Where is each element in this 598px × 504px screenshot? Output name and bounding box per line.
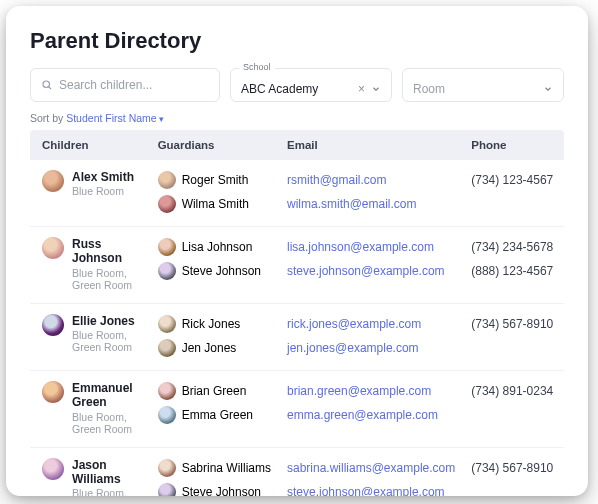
sort-bar: Sort by Student First Name▾	[30, 112, 564, 124]
guardian-name: Emma Green	[182, 408, 253, 422]
guardian-line: Roger Smith	[158, 170, 271, 190]
guardian-avatar	[158, 406, 176, 424]
school-select[interactable]: School ABC Academy ×	[230, 68, 392, 102]
guardian-name: Rick Jones	[182, 317, 241, 331]
room-placeholder: Room	[413, 82, 543, 96]
guardian-phone: (888) 123-4567	[471, 261, 556, 281]
guardian-phone	[471, 194, 556, 214]
table-row[interactable]: Jason WilliamsBlue Room, Green RoomSabri…	[30, 447, 564, 496]
school-value: ABC Academy	[241, 82, 358, 96]
guardian-line: Lisa Johnson	[158, 237, 271, 257]
child-avatar	[42, 458, 64, 480]
guardian-name: Brian Green	[182, 384, 247, 398]
guardian-name: Wilma Smith	[182, 197, 249, 211]
guardian-avatar	[158, 382, 176, 400]
guardian-phone: (734) 567-8910	[471, 458, 556, 478]
child-name: Emmanuel Green	[72, 381, 142, 410]
guardian-name: Steve Johnson	[182, 264, 261, 278]
guardian-phone	[471, 405, 556, 425]
sort-value: Student First Name	[66, 112, 156, 124]
guardian-name: Jen Jones	[182, 341, 237, 355]
guardian-email[interactable]: sabrina.williams@example.com	[287, 461, 455, 475]
table-row[interactable]: Emmanuel GreenBlue Room, Green RoomBrian…	[30, 370, 564, 447]
guardian-avatar	[158, 262, 176, 280]
guardian-email[interactable]: emma.green@example.com	[287, 408, 438, 422]
guardian-phone	[471, 482, 556, 496]
search-field[interactable]	[30, 68, 220, 102]
guardian-line: Steve Johnson	[158, 261, 271, 281]
guardian-email[interactable]: lisa.johnson@example.com	[287, 240, 434, 254]
search-icon	[41, 79, 53, 91]
guardian-avatar	[158, 339, 176, 357]
guardian-name: Steve Johnson	[182, 485, 261, 496]
child-name: Ellie Jones	[72, 314, 142, 328]
guardian-line: Wilma Smith	[158, 194, 271, 214]
child-name: Russ Johnson	[72, 237, 142, 266]
page-title: Parent Directory	[30, 28, 564, 54]
table-row[interactable]: Russ JohnsonBlue Room, Green RoomLisa Jo…	[30, 227, 564, 304]
chevron-down-icon	[371, 84, 381, 94]
child-rooms: Blue Room	[72, 185, 134, 197]
search-input[interactable]	[59, 78, 209, 92]
table-row[interactable]: Ellie JonesBlue Room, Green RoomRick Jon…	[30, 303, 564, 370]
directory-card: Parent Directory School ABC Academy × Ro…	[6, 6, 588, 496]
guardian-name: Roger Smith	[182, 173, 249, 187]
col-header-guardians[interactable]: Guardians	[150, 130, 279, 160]
guardian-name: Sabrina Williams	[182, 461, 271, 475]
guardian-phone	[471, 338, 556, 358]
guardian-line: Emma Green	[158, 405, 271, 425]
guardian-line: Sabrina Williams	[158, 458, 271, 478]
filter-bar: School ABC Academy × Room	[30, 68, 564, 102]
col-header-email[interactable]: Email	[279, 130, 463, 160]
child-avatar	[42, 237, 64, 259]
child-avatar	[42, 314, 64, 336]
guardian-phone: (734) 891-0234	[471, 381, 556, 401]
child-rooms: Blue Room, Green Room	[72, 411, 142, 435]
guardian-email[interactable]: rick.jones@example.com	[287, 317, 421, 331]
child-avatar	[42, 381, 64, 403]
guardian-email[interactable]: rsmith@gmail.com	[287, 173, 387, 187]
col-header-phone[interactable]: Phone	[463, 130, 564, 160]
guardian-line: Jen Jones	[158, 338, 271, 358]
guardian-name: Lisa Johnson	[182, 240, 253, 254]
guardian-phone: (734) 234-5678	[471, 237, 556, 257]
chevron-down-icon	[543, 84, 553, 94]
guardian-email[interactable]: steve.johnson@example.com	[287, 264, 445, 278]
guardian-line: Rick Jones	[158, 314, 271, 334]
guardian-line: Brian Green	[158, 381, 271, 401]
guardian-avatar	[158, 459, 176, 477]
guardian-phone: (734) 123-4567	[471, 170, 556, 190]
child-rooms: Blue Room, Green Room	[72, 329, 142, 353]
school-label: School	[239, 62, 275, 72]
table-row[interactable]: Alex SmithBlue RoomRoger SmithWilma Smit…	[30, 160, 564, 227]
guardian-avatar	[158, 483, 176, 496]
guardian-avatar	[158, 238, 176, 256]
sort-prefix: Sort by	[30, 112, 63, 124]
child-name: Alex Smith	[72, 170, 134, 184]
child-name: Jason Williams	[72, 458, 142, 487]
clear-school-icon[interactable]: ×	[358, 82, 365, 96]
sort-dropdown[interactable]: Student First Name▾	[66, 112, 163, 124]
chevron-down-icon: ▾	[159, 114, 164, 124]
room-select[interactable]: Room	[402, 68, 564, 102]
child-rooms: Blue Room, Green Room	[72, 267, 142, 291]
guardian-line: Steve Johnson	[158, 482, 271, 496]
directory-table: Children Guardians Email Phone Alex Smit…	[30, 130, 564, 496]
guardian-email[interactable]: steve.johnson@example.com	[287, 485, 445, 496]
guardian-email[interactable]: brian.green@example.com	[287, 384, 431, 398]
svg-point-0	[43, 81, 50, 88]
guardian-phone: (734) 567-8910	[471, 314, 556, 334]
guardian-avatar	[158, 315, 176, 333]
col-header-children[interactable]: Children	[30, 130, 150, 160]
guardian-avatar	[158, 195, 176, 213]
child-avatar	[42, 170, 64, 192]
svg-line-1	[49, 87, 51, 89]
guardian-email[interactable]: wilma.smith@email.com	[287, 197, 417, 211]
guardian-avatar	[158, 171, 176, 189]
child-rooms: Blue Room, Green Room	[72, 487, 142, 496]
guardian-email[interactable]: jen.jones@example.com	[287, 341, 419, 355]
